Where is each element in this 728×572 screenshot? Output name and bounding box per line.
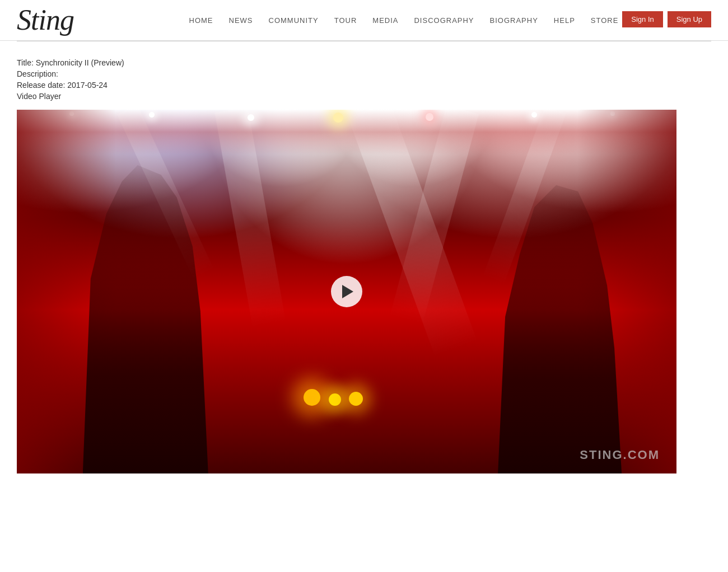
nav-menu: HOME NEWS COMMUNITY TOUR MEDIA DISCOGRAP… [189, 15, 619, 25]
sidebar-item-home[interactable]: HOME [189, 15, 213, 25]
nav-link-biography[interactable]: BIOGRAPHY [490, 16, 538, 25]
video-release-line: Release date: 2017-05-24 [17, 81, 711, 90]
sidebar-item-help[interactable]: HELP [554, 15, 575, 25]
nav-link-store[interactable]: STORE [591, 16, 619, 25]
nav-link-home[interactable]: HOME [189, 16, 213, 25]
logo[interactable]: Sting [17, 6, 74, 35]
play-icon [342, 285, 353, 298]
main-nav: HOME NEWS COMMUNITY TOUR MEDIA DISCOGRAP… [96, 15, 711, 25]
auth-buttons: Sign In Sign Up [622, 11, 711, 27]
nav-link-community[interactable]: COMMUNITY [269, 16, 319, 25]
signin-button[interactable]: Sign In [622, 11, 662, 27]
video-player-label: Video Player [17, 92, 711, 101]
light-spot-5 [531, 112, 537, 118]
light-spot-2 [248, 114, 254, 121]
glow-dot-1 [304, 389, 320, 406]
title-value: Synchronicity II (Preview) [36, 58, 124, 67]
title-label: Title: [17, 58, 34, 67]
logo-text: Sting [17, 6, 74, 35]
sidebar-item-news[interactable]: NEWS [229, 15, 253, 25]
video-meta: Title: Synchronicity II (Preview) Descri… [17, 58, 711, 101]
glow-dot-2 [329, 393, 341, 406]
video-description-line: Description: [17, 69, 711, 78]
light-spot-3 [426, 113, 433, 121]
release-label: Release date: [17, 81, 65, 90]
sidebar-item-community[interactable]: COMMUNITY [269, 15, 319, 25]
video-watermark: STING.COM [580, 448, 660, 462]
light-spot-4 [149, 112, 155, 118]
main-content: Title: Synchronicity II (Preview) Descri… [0, 41, 728, 485]
sidebar-item-tour[interactable]: TOUR [334, 15, 357, 25]
sidebar-item-store[interactable]: STORE [591, 15, 619, 25]
description-label: Description: [17, 69, 58, 78]
video-player[interactable]: STING.COM [17, 110, 676, 473]
header: Sting HOME NEWS COMMUNITY TOUR MEDIA DIS… [0, 0, 728, 41]
nav-link-help[interactable]: HELP [554, 16, 575, 25]
nav-link-news[interactable]: NEWS [229, 16, 253, 25]
nav-link-tour[interactable]: TOUR [334, 16, 357, 25]
play-button[interactable] [331, 276, 362, 307]
sidebar-item-discography[interactable]: DISCOGRAPHY [414, 15, 474, 25]
sidebar-item-media[interactable]: MEDIA [372, 15, 398, 25]
sidebar-item-biography[interactable]: BIOGRAPHY [490, 15, 538, 25]
glow-cluster [301, 389, 366, 408]
release-value: 2017-05-24 [67, 81, 108, 90]
light-spot-1 [333, 112, 343, 123]
glow-dot-3 [349, 392, 363, 406]
nav-link-media[interactable]: MEDIA [372, 16, 398, 25]
signup-button[interactable]: Sign Up [668, 11, 711, 27]
nav-link-discography[interactable]: DISCOGRAPHY [414, 16, 474, 25]
video-title-line: Title: Synchronicity II (Preview) [17, 58, 711, 67]
